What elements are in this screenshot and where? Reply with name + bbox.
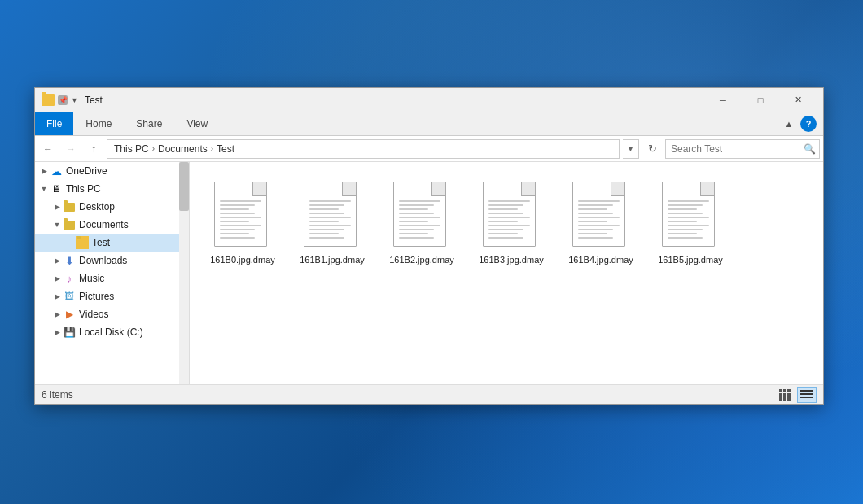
sidebar-item-videos[interactable]: ▶ ▶ Videos — [35, 305, 179, 323]
forward-button[interactable]: → — [61, 139, 81, 159]
svg-rect-7 — [783, 397, 786, 401]
tab-share[interactable]: Share — [124, 112, 174, 135]
doc-line — [399, 233, 428, 234]
pictures-icon: 🖼 — [63, 290, 76, 303]
path-label-documents: Documents — [158, 143, 208, 155]
sidebar-item-onedrive[interactable]: ▶ ☁ OneDrive — [35, 162, 179, 180]
path-segment-documents[interactable]: Documents — [158, 143, 208, 155]
doc-line — [220, 217, 261, 218]
file-item[interactable]: 161B1.jpg.dmay — [296, 178, 369, 269]
file-item[interactable]: 161B0.jpg.dmay — [206, 178, 279, 269]
search-input[interactable] — [666, 143, 799, 155]
file-item[interactable]: 161B5.jpg.dmay — [654, 178, 727, 269]
file-explorer-window: 📌 ▼ Test ─ □ ✕ File Home Share View ▲ ? … — [34, 87, 824, 405]
svg-rect-0 — [779, 389, 782, 392]
file-icon — [662, 182, 719, 251]
back-button[interactable]: ← — [38, 139, 58, 159]
sidebar-item-this-pc[interactable]: ▼ 🖥 This PC — [35, 180, 179, 198]
file-item[interactable]: 161B3.jpg.dmay — [475, 178, 548, 269]
svg-rect-4 — [783, 393, 786, 397]
file-icon — [214, 182, 271, 251]
file-icon — [304, 182, 361, 251]
close-button[interactable]: ✕ — [779, 88, 817, 112]
up-button[interactable]: ↑ — [84, 139, 103, 159]
doc-line — [309, 213, 344, 214]
help-button[interactable]: ? — [800, 116, 817, 132]
drive-icon: 💾 — [63, 326, 76, 339]
expand-arrow-desktop: ▶ — [51, 201, 63, 213]
address-path[interactable]: This PC › Documents › Test — [107, 139, 620, 159]
doc-line — [488, 221, 518, 222]
music-icon: ♪ — [63, 272, 76, 285]
sidebar-scrollbar[interactable] — [179, 162, 189, 384]
file-name: 161B2.jpg.dmay — [389, 254, 454, 265]
expand-arrow-videos: ▶ — [51, 309, 63, 320]
doc-body — [214, 182, 267, 247]
minimize-button[interactable]: ─ — [704, 88, 742, 112]
sidebar-item-documents[interactable]: ▼ Documents — [35, 216, 179, 234]
sidebar-label-music: Music — [79, 273, 104, 284]
file-name: 161B1.jpg.dmay — [300, 254, 365, 265]
tab-home[interactable]: Home — [73, 112, 124, 135]
doc-line — [488, 233, 518, 234]
sidebar-label-videos: Videos — [79, 309, 108, 320]
title-bar: 📌 ▼ Test ─ □ ✕ — [35, 88, 823, 112]
sidebar-item-pictures[interactable]: ▶ 🖼 Pictures — [35, 287, 179, 305]
window-title: Test — [85, 94, 704, 106]
list-view-icon — [779, 389, 792, 401]
tab-view[interactable]: View — [174, 112, 220, 135]
maximize-button[interactable]: □ — [742, 88, 779, 112]
doc-line — [668, 200, 709, 202]
doc-line — [220, 221, 249, 222]
path-separator-1: › — [152, 144, 155, 153]
sidebar-scrollbar-thumb[interactable] — [179, 162, 189, 211]
sidebar-item-test[interactable]: Test — [35, 234, 179, 252]
doc-line — [668, 237, 703, 239]
ribbon-collapse-button[interactable]: ▲ — [781, 116, 797, 132]
tab-file[interactable]: File — [35, 112, 73, 135]
path-segment-thispc[interactable]: This PC — [114, 143, 149, 155]
path-separator-2: › — [211, 144, 213, 153]
sidebar-item-music[interactable]: ▶ ♪ Music — [35, 270, 179, 287]
path-segment-test[interactable]: Test — [217, 143, 234, 155]
sidebar-item-desktop[interactable]: ▶ Desktop — [35, 198, 179, 216]
search-icon[interactable]: 🔍 — [799, 139, 819, 159]
list-view-button[interactable] — [776, 387, 795, 403]
main-content: ▶ ☁ OneDrive ▼ 🖥 This PC ▶ — [35, 162, 823, 384]
doc-line — [220, 213, 255, 214]
computer-icon: 🖥 — [50, 182, 63, 195]
doc-line — [578, 229, 613, 230]
doc-line — [309, 208, 339, 210]
doc-lines — [668, 200, 709, 241]
sidebar-item-local-disk[interactable]: ▶ 💾 Local Disk (C:) — [35, 323, 179, 341]
grid-view-button[interactable] — [797, 387, 817, 403]
sidebar-item-downloads[interactable]: ▶ ⬇ Downloads — [35, 252, 179, 270]
doc-body — [662, 182, 715, 247]
doc-line — [309, 229, 344, 230]
svg-rect-8 — [787, 397, 791, 401]
doc-line — [488, 225, 530, 226]
refresh-button[interactable]: ↻ — [642, 139, 662, 159]
doc-lines — [488, 200, 530, 241]
expand-arrow-downloads: ▶ — [51, 255, 63, 266]
doc-line — [668, 225, 709, 226]
doc-line — [668, 208, 697, 210]
file-item[interactable]: 161B2.jpg.dmay — [385, 178, 458, 269]
doc-line — [399, 237, 434, 239]
doc-line — [220, 237, 255, 239]
doc-line — [488, 208, 518, 210]
doc-line — [578, 233, 607, 234]
svg-rect-5 — [787, 393, 791, 397]
svg-rect-6 — [779, 397, 782, 401]
doc-line — [399, 217, 440, 218]
doc-line — [399, 213, 434, 214]
doc-lines — [399, 200, 440, 241]
doc-lines — [220, 200, 261, 241]
search-box: 🔍 — [665, 139, 820, 159]
window-controls: ─ □ ✕ — [704, 88, 817, 112]
svg-rect-9 — [800, 390, 813, 392]
videos-icon: ▶ — [63, 308, 76, 321]
address-dropdown-button[interactable]: ▼ — [623, 139, 639, 159]
files-grid: 161B0.jpg.dmay 161B1.jpg.dmay 161B2.jpg.… — [190, 162, 823, 384]
file-item[interactable]: 161B4.jpg.dmay — [564, 178, 637, 269]
